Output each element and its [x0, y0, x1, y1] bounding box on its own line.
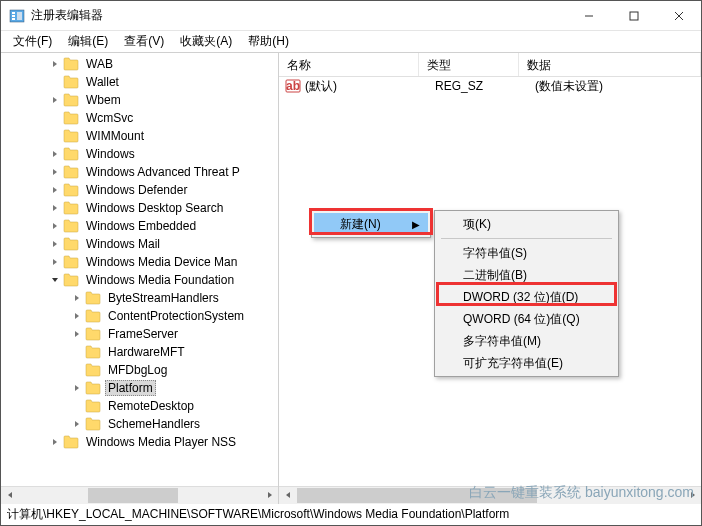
tree-node[interactable]: Windows Embedded: [1, 217, 278, 235]
ctx-sub-key[interactable]: 项(K): [437, 213, 616, 235]
folder-icon: [85, 291, 101, 305]
tree-node[interactable]: FrameServer: [1, 325, 278, 343]
svg-marker-23: [75, 421, 79, 427]
tree-node-label: MFDbgLog: [105, 362, 170, 378]
menu-edit[interactable]: 编辑(E): [60, 31, 116, 52]
menu-view[interactable]: 查看(V): [116, 31, 172, 52]
maximize-button[interactable]: [611, 1, 656, 30]
close-button[interactable]: [656, 1, 701, 30]
ctx-sub-string[interactable]: 字符串值(S): [437, 242, 616, 264]
tree-node[interactable]: SchemeHandlers: [1, 415, 278, 433]
tree-node[interactable]: WIMMount: [1, 127, 278, 145]
chevron-right-icon: ▶: [412, 219, 420, 230]
chevron-right-icon[interactable]: [49, 258, 61, 266]
tree-node-label: Wbem: [83, 92, 124, 108]
svg-marker-14: [53, 205, 57, 211]
chevron-down-icon[interactable]: [49, 276, 61, 284]
list-hscroll[interactable]: [279, 486, 701, 503]
scroll-thumb[interactable]: [88, 488, 178, 503]
tree-node[interactable]: HardwareMFT: [1, 343, 278, 361]
window-title: 注册表编辑器: [31, 7, 566, 24]
tree-node[interactable]: MFDbgLog: [1, 361, 278, 379]
menu-help[interactable]: 帮助(H): [240, 31, 297, 52]
svg-marker-9: [53, 61, 57, 67]
col-name[interactable]: 名称: [279, 53, 419, 76]
tree-node[interactable]: Windows Media Player NSS: [1, 433, 278, 451]
tree-node[interactable]: Platform: [1, 379, 278, 397]
tree-node[interactable]: Windows Defender: [1, 181, 278, 199]
scroll-thumb[interactable]: [297, 488, 537, 503]
chevron-right-icon[interactable]: [49, 240, 61, 248]
svg-marker-10: [53, 97, 57, 103]
tree-node-label: RemoteDesktop: [105, 398, 197, 414]
svg-rect-3: [12, 18, 15, 20]
tree-node[interactable]: ContentProtectionSystem: [1, 307, 278, 325]
list-pane: 名称 类型 数据 ab (默认) REG_SZ (数值未设置) 新建(N): [279, 53, 701, 503]
scroll-left-icon[interactable]: [279, 487, 296, 504]
svg-marker-15: [53, 223, 57, 229]
chevron-right-icon[interactable]: [49, 186, 61, 194]
tree-node-label: Windows Advanced Threat P: [83, 164, 243, 180]
list-body[interactable]: ab (默认) REG_SZ (数值未设置) 新建(N) ▶ 项(K): [279, 77, 701, 486]
scroll-left-icon[interactable]: [1, 487, 18, 504]
tree-node[interactable]: Windows: [1, 145, 278, 163]
folder-icon: [63, 273, 79, 287]
scroll-right-icon[interactable]: [261, 487, 278, 504]
window-controls: [566, 1, 701, 30]
scroll-track[interactable]: [296, 487, 684, 504]
chevron-right-icon[interactable]: [71, 420, 83, 428]
tree-node[interactable]: Wallet: [1, 73, 278, 91]
ctx-sub-multistring[interactable]: 多字符串值(M): [437, 330, 616, 352]
chevron-right-icon[interactable]: [49, 150, 61, 158]
folder-icon: [85, 381, 101, 395]
chevron-right-icon[interactable]: [49, 222, 61, 230]
menu-file[interactable]: 文件(F): [5, 31, 60, 52]
tree-node[interactable]: Wbem: [1, 91, 278, 109]
chevron-right-icon[interactable]: [71, 330, 83, 338]
svg-marker-26: [268, 492, 272, 498]
folder-icon: [63, 93, 79, 107]
svg-marker-13: [53, 187, 57, 193]
scroll-right-icon[interactable]: [684, 487, 701, 504]
chevron-right-icon[interactable]: [49, 96, 61, 104]
ctx-sub-expandstring[interactable]: 可扩充字符串值(E): [437, 352, 616, 374]
folder-icon: [85, 309, 101, 323]
value-data: (数值未设置): [535, 78, 701, 95]
tree-hscroll[interactable]: [1, 486, 278, 503]
chevron-right-icon[interactable]: [49, 60, 61, 68]
list-row[interactable]: ab (默认) REG_SZ (数值未设置): [279, 77, 701, 95]
svg-marker-17: [53, 259, 57, 265]
tree-node[interactable]: WAB: [1, 55, 278, 73]
chevron-right-icon[interactable]: [71, 312, 83, 320]
menu-favorites[interactable]: 收藏夹(A): [172, 31, 240, 52]
tree-node[interactable]: RemoteDesktop: [1, 397, 278, 415]
chevron-right-icon[interactable]: [49, 438, 61, 446]
chevron-right-icon[interactable]: [71, 294, 83, 302]
tree-node[interactable]: Windows Media Foundation: [1, 271, 278, 289]
tree-node[interactable]: Windows Media Device Man: [1, 253, 278, 271]
scroll-track[interactable]: [18, 487, 261, 504]
minimize-button[interactable]: [566, 1, 611, 30]
tree-node[interactable]: WcmSvc: [1, 109, 278, 127]
ctx-sub-qword[interactable]: QWORD (64 位)值(Q): [437, 308, 616, 330]
chevron-right-icon[interactable]: [49, 204, 61, 212]
col-data[interactable]: 数据: [519, 53, 701, 76]
svg-marker-25: [8, 492, 12, 498]
tree-node[interactable]: ByteStreamHandlers: [1, 289, 278, 307]
ctx-new-label: 新建(N): [340, 216, 381, 233]
col-type[interactable]: 类型: [419, 53, 519, 76]
chevron-right-icon[interactable]: [49, 168, 61, 176]
tree-node[interactable]: Windows Desktop Search: [1, 199, 278, 217]
tree-view[interactable]: WABWalletWbemWcmSvcWIMMountWindowsWindow…: [1, 53, 278, 486]
svg-rect-6: [630, 12, 638, 20]
ctx-new[interactable]: 新建(N) ▶: [314, 213, 428, 235]
folder-icon: [63, 129, 79, 143]
tree-node[interactable]: Windows Advanced Threat P: [1, 163, 278, 181]
chevron-right-icon[interactable]: [71, 384, 83, 392]
window: 注册表编辑器 文件(F) 编辑(E) 查看(V) 收藏夹(A) 帮助(H) WA…: [0, 0, 702, 526]
ctx-sub-binary[interactable]: 二进制值(B): [437, 264, 616, 286]
menubar: 文件(F) 编辑(E) 查看(V) 收藏夹(A) 帮助(H): [1, 31, 701, 53]
svg-marker-12: [53, 169, 57, 175]
tree-node[interactable]: Windows Mail: [1, 235, 278, 253]
ctx-sub-dword[interactable]: DWORD (32 位)值(D): [437, 286, 616, 308]
